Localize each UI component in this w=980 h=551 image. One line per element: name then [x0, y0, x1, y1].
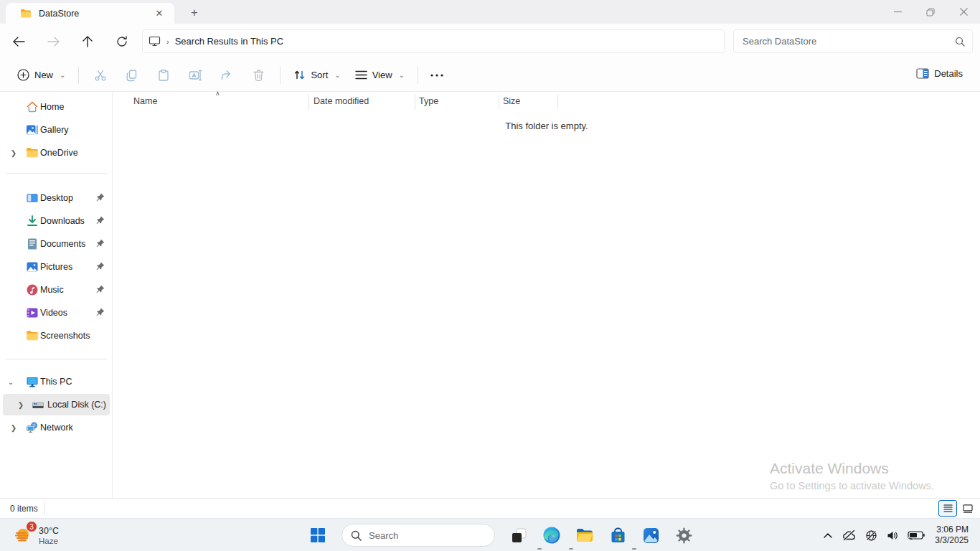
start-button[interactable] — [304, 522, 331, 549]
details-pane-button[interactable]: Details — [909, 63, 970, 84]
large-icons-view-toggle[interactable] — [958, 500, 977, 517]
minimize-button[interactable] — [881, 0, 914, 24]
chevron-down-icon: ⌄ — [334, 71, 340, 79]
view-button[interactable]: View ⌄ — [348, 65, 412, 85]
clock-date: 3/3/2025 — [935, 535, 969, 546]
edge-browser-icon[interactable] — [538, 522, 565, 549]
onedrive-offline-icon[interactable] — [840, 524, 859, 546]
share-button[interactable] — [211, 63, 242, 88]
chevron-down-icon: ⌄ — [60, 71, 65, 79]
copy-button[interactable] — [116, 63, 148, 88]
column-divider[interactable] — [308, 94, 309, 110]
sidebar-item-label: Home — [40, 102, 64, 112]
clock-time: 3:06 PM — [935, 524, 969, 535]
column-divider[interactable] — [415, 94, 415, 110]
sidebar-item-desktop[interactable]: Desktop — [3, 187, 110, 209]
explorer-search-input[interactable] — [741, 35, 955, 47]
no-internet-icon[interactable] — [862, 524, 880, 546]
file-list-area: ∧ Name Date modified Type Size This fold… — [113, 92, 980, 498]
sort-ascending-icon: ∧ — [215, 90, 220, 97]
sidebar-item-network[interactable]: ❯ Network — [3, 417, 110, 438]
more-options-button[interactable] — [424, 63, 450, 88]
sidebar-item-onedrive[interactable]: ❯ OneDrive — [3, 142, 110, 164]
tab-close-icon[interactable]: ✕ — [151, 6, 167, 22]
task-view-button[interactable] — [505, 522, 532, 549]
pictures-icon — [26, 260, 39, 273]
sidebar-item-local-disk-c[interactable]: ❯ Local Disk (C:) — [3, 394, 110, 415]
sidebar-item-gallery[interactable]: Gallery — [3, 119, 110, 141]
running-indicator — [569, 548, 573, 550]
chevron-right-icon[interactable]: ❯ — [16, 401, 26, 409]
column-header-type[interactable]: Type — [419, 96, 438, 106]
column-divider[interactable] — [557, 94, 558, 110]
refresh-button[interactable] — [110, 29, 134, 54]
paste-button[interactable] — [148, 63, 179, 88]
taskbar-search[interactable] — [341, 524, 495, 547]
address-bar[interactable]: › Search Results in This PC — [142, 29, 725, 53]
chevron-down-icon[interactable]: ⌄ — [6, 378, 16, 386]
volume-icon[interactable] — [883, 524, 902, 546]
column-header-size[interactable]: Size — [503, 96, 520, 106]
sidebar-item-music[interactable]: Music — [3, 279, 110, 301]
column-header-name[interactable]: Name — [133, 96, 157, 106]
new-button[interactable]: New ⌄ — [10, 64, 72, 86]
search-icon — [955, 37, 965, 47]
taskbar-search-input[interactable] — [367, 529, 468, 542]
sidebar-item-downloads[interactable]: Downloads — [3, 210, 110, 232]
sidebar-item-label: Music — [40, 285, 64, 295]
notification-badge: 3 — [26, 521, 37, 532]
battery-icon[interactable] — [905, 524, 928, 546]
toolbar-divider — [78, 67, 79, 84]
onedrive-folder-icon — [26, 146, 39, 159]
chevron-right-icon[interactable]: ❯ — [9, 149, 19, 157]
sidebar-item-videos[interactable]: Videos — [3, 302, 110, 324]
sidebar-item-this-pc[interactable]: ⌄ This PC — [3, 371, 110, 392]
new-tab-button[interactable]: + — [185, 4, 204, 22]
close-button[interactable] — [947, 0, 980, 24]
explorer-search[interactable] — [733, 29, 973, 53]
taskbar: 3 30°C Haze — [0, 518, 980, 551]
file-explorer-icon[interactable] — [571, 522, 598, 549]
rename-button[interactable] — [179, 63, 211, 88]
sidebar-divider — [6, 173, 107, 174]
sidebar-item-home[interactable]: Home — [3, 96, 110, 118]
pin-icon — [95, 285, 105, 295]
folder-icon — [20, 8, 32, 19]
details-view-toggle[interactable] — [938, 500, 957, 517]
weather-widget[interactable]: 3 30°C Haze — [7, 519, 65, 551]
weather-condition: Haze — [39, 537, 59, 545]
column-headers: ∧ Name Date modified Type Size — [113, 92, 980, 112]
empty-folder-message: This folder is empty. — [113, 121, 980, 131]
photos-icon[interactable] — [637, 522, 664, 549]
sidebar-item-label: Desktop — [40, 193, 73, 203]
breadcrumb-chevron-icon: › — [166, 37, 169, 46]
hidden-icons-chevron[interactable] — [819, 524, 837, 546]
sidebar-item-pictures[interactable]: Pictures — [3, 256, 110, 278]
up-button[interactable] — [75, 29, 100, 54]
sidebar-item-label: Videos — [40, 308, 67, 318]
item-count: 0 items — [10, 504, 38, 514]
sort-button[interactable]: Sort ⌄ — [286, 64, 347, 86]
microsoft-store-icon[interactable] — [604, 522, 631, 549]
settings-icon[interactable] — [670, 522, 697, 549]
explorer-tab[interactable]: DataStore ✕ — [6, 3, 174, 24]
sidebar-item-documents[interactable]: Documents — [3, 233, 110, 255]
running-indicator — [632, 548, 636, 550]
restore-button[interactable] — [914, 0, 947, 24]
sidebar-item-screenshots[interactable]: Screenshots — [3, 325, 110, 347]
taskbar-clock[interactable]: 3:06 PM 3/3/2025 — [930, 524, 974, 546]
forward-button[interactable] — [41, 29, 65, 54]
sidebar-item-label: Local Disk (C:) — [47, 400, 106, 410]
this-pc-icon — [149, 36, 161, 47]
running-indicator — [537, 548, 542, 550]
delete-button[interactable] — [242, 63, 274, 88]
column-divider[interactable] — [499, 94, 499, 110]
cut-button[interactable] — [85, 63, 116, 88]
chevron-right-icon[interactable]: ❯ — [9, 424, 19, 432]
music-icon — [26, 283, 39, 296]
column-header-date-modified[interactable]: Date modified — [314, 96, 369, 106]
back-button[interactable] — [6, 29, 31, 54]
chevron-down-icon: ⌄ — [399, 71, 405, 79]
gallery-icon — [26, 123, 39, 136]
disk-drive-icon — [32, 398, 44, 411]
